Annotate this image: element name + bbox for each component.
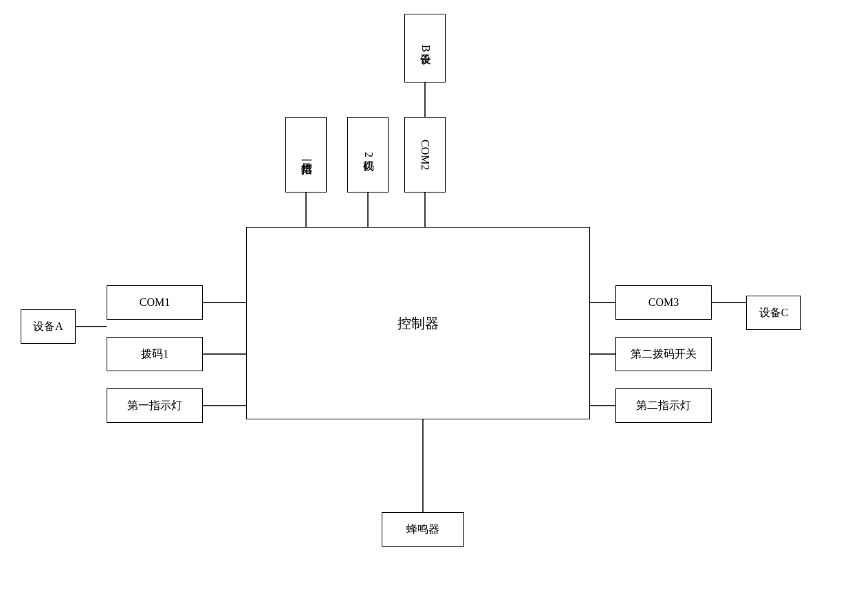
com3-box: COM3 bbox=[615, 285, 712, 320]
diagram-container: 设备B COM2 拨码2 第一指示灯 控制器 设备A COM1 拨码1 第一指示… bbox=[0, 0, 852, 616]
dial2-box: 拨码2 bbox=[347, 117, 389, 192]
dial1-label: 拨码1 bbox=[141, 347, 168, 362]
buzzer-label: 蜂鸣器 bbox=[406, 522, 439, 537]
indicator2-label: 第二指示灯 bbox=[636, 399, 691, 413]
com3-label: COM3 bbox=[648, 296, 679, 309]
device-c-box: 设备C bbox=[746, 296, 801, 330]
indicator1-label: 第一指示灯 bbox=[127, 399, 182, 413]
device-c-label: 设备C bbox=[759, 306, 789, 320]
com1-box: COM1 bbox=[107, 285, 203, 320]
controller-box: 控制器 bbox=[246, 227, 590, 419]
indicator1-box: 第一指示灯 bbox=[107, 388, 203, 423]
com2-label: COM2 bbox=[419, 140, 431, 170]
com1-label: COM1 bbox=[140, 296, 170, 309]
device-a-label: 设备A bbox=[33, 320, 63, 334]
indicator-top-box: 第一指示灯 bbox=[285, 117, 327, 192]
buzzer-box: 蜂鸣器 bbox=[382, 512, 464, 547]
controller-label: 控制器 bbox=[397, 314, 439, 333]
dial2-right-box: 第二拨码开关 bbox=[615, 337, 712, 371]
device-b-box: 设备B bbox=[404, 14, 446, 82]
dial2-label: 拨码2 bbox=[361, 152, 375, 157]
device-b-label: 设备B bbox=[418, 45, 433, 52]
device-a-box: 设备A bbox=[21, 309, 76, 344]
com2-box: COM2 bbox=[404, 117, 446, 192]
dial2-right-label: 第二拨码开关 bbox=[631, 347, 697, 362]
dial1-box: 拨码1 bbox=[107, 337, 203, 371]
indicator2-box: 第二指示灯 bbox=[615, 388, 712, 423]
